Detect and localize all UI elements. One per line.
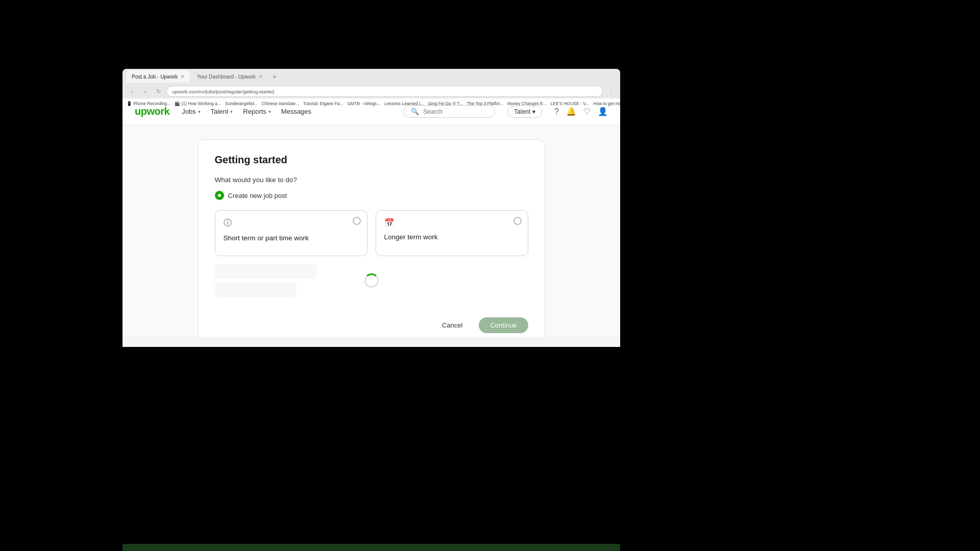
talent-dropdown-button[interactable]: Talent ▾ bbox=[507, 106, 542, 118]
new-tab-button[interactable]: + bbox=[270, 72, 279, 81]
browser-window: Post a Job - Upwork ✕ Your Dashboard - U… bbox=[122, 69, 620, 347]
back-button[interactable]: ‹ bbox=[127, 86, 137, 96]
bookmark-2[interactable]: 🎬 (1) How Working a... bbox=[175, 101, 221, 106]
create-new-job-label: Create new job post bbox=[228, 192, 287, 199]
tab-close-1[interactable]: ✕ bbox=[181, 74, 185, 79]
longer-term-radio bbox=[513, 217, 522, 225]
nav-reports-chevron: ▾ bbox=[268, 109, 271, 114]
short-term-card[interactable]: ⓘ Short term or part time work bbox=[215, 210, 368, 256]
bookmark-3[interactable]: Sunderangelist... bbox=[225, 101, 258, 106]
getting-started-card: Getting started What would you like to d… bbox=[198, 139, 545, 337]
main-content: Getting started What would you like to d… bbox=[122, 125, 620, 337]
profile-button[interactable]: 👤 bbox=[598, 107, 608, 116]
bookmark-12[interactable]: How to get more... bbox=[593, 101, 620, 106]
profile-icon: 👤 bbox=[598, 107, 608, 116]
tab-label-1: Post a Job - Upwork bbox=[132, 74, 178, 80]
nav-links: Jobs ▾ Talent ▾ Reports ▾ Messages bbox=[182, 108, 391, 115]
page-content: upwork Jobs ▾ Talent ▾ Reports ▾ Message… bbox=[122, 98, 620, 337]
question-label: What would you like to do? bbox=[215, 176, 528, 184]
spinner-container bbox=[364, 273, 379, 288]
forward-button[interactable]: › bbox=[140, 86, 150, 96]
nav-talent-chevron: ▾ bbox=[230, 109, 233, 114]
nav-jobs-chevron: ▾ bbox=[198, 109, 201, 114]
help-icon: ? bbox=[554, 107, 559, 116]
longer-term-label: Longer term work bbox=[384, 233, 520, 242]
talent-btn-chevron: ▾ bbox=[532, 108, 535, 115]
nav-talent-label: Talent bbox=[211, 108, 229, 115]
bookmark-6[interactable]: GMTB - Velogs... bbox=[347, 101, 380, 106]
address-bar-row: ‹ › ↻ upwork.com/nx/jobs/post/regular/ge… bbox=[122, 84, 620, 98]
bookmark-11[interactable]: LEE'S HOUSE - V... bbox=[551, 101, 589, 106]
short-term-label: Short term or part time work bbox=[224, 234, 359, 243]
reload-button[interactable]: ↻ bbox=[153, 86, 163, 96]
bookmark-4[interactable]: Chinese translate... bbox=[262, 101, 299, 106]
upwork-logo[interactable]: upwork bbox=[135, 106, 169, 117]
dark-footer-bar bbox=[122, 544, 620, 551]
address-bar[interactable]: upwork.com/nx/jobs/post/regular/getting-… bbox=[166, 86, 603, 97]
nav-talent[interactable]: Talent ▾ bbox=[211, 108, 233, 115]
address-text: upwork.com/nx/jobs/post/regular/getting-… bbox=[172, 89, 274, 94]
tab-2[interactable]: Your Dashboard - Upwork ✕ bbox=[192, 70, 268, 83]
nav-messages[interactable]: Messages bbox=[281, 108, 311, 115]
longer-term-icon: 📅 bbox=[384, 218, 520, 228]
tab-label-2: Your Dashboard - Upwork bbox=[197, 74, 256, 80]
nav-reports[interactable]: Reports ▾ bbox=[243, 108, 271, 115]
nav-icons: ? 🔔 ♡ 👤 bbox=[554, 107, 608, 116]
browser-chrome: Post a Job - Upwork ✕ Your Dashboard - U… bbox=[122, 69, 620, 98]
favorites-button[interactable]: ♡ bbox=[583, 107, 591, 116]
tab-bar: Post a Job - Upwork ✕ Your Dashboard - U… bbox=[122, 69, 620, 84]
short-term-radio bbox=[353, 217, 361, 225]
loading-spinner bbox=[364, 273, 379, 288]
job-type-row: ⓘ Short term or part time work 📅 Longer … bbox=[215, 210, 528, 256]
card-title: Getting started bbox=[215, 154, 528, 166]
tab-active[interactable]: Post a Job - Upwork ✕ bbox=[127, 70, 190, 83]
tab-close-2[interactable]: ✕ bbox=[259, 74, 263, 79]
loading-area bbox=[215, 264, 528, 297]
radio-selected-icon bbox=[215, 191, 224, 200]
nav-messages-label: Messages bbox=[281, 108, 311, 115]
cancel-button[interactable]: Cancel bbox=[432, 317, 473, 333]
nav-reports-label: Reports bbox=[243, 108, 266, 115]
notifications-icon: 🔔 bbox=[566, 107, 576, 116]
search-input[interactable] bbox=[423, 108, 484, 115]
ghost-option-2 bbox=[215, 283, 297, 297]
nav-jobs[interactable]: Jobs ▾ bbox=[182, 108, 200, 115]
search-bar[interactable]: 🔍 bbox=[403, 105, 495, 118]
nav-jobs-label: Jobs bbox=[182, 108, 195, 115]
bookmark-1[interactable]: 📱 Phone Recording... bbox=[127, 101, 170, 106]
longer-term-card[interactable]: 📅 Longer term work bbox=[376, 210, 528, 256]
search-icon: 🔍 bbox=[411, 108, 419, 115]
help-button[interactable]: ? bbox=[554, 107, 559, 116]
notifications-button[interactable]: 🔔 bbox=[566, 107, 576, 116]
create-new-job-option[interactable]: Create new job post bbox=[215, 191, 528, 200]
bookmark-5[interactable]: Tutorial: Elgane Fa... bbox=[303, 101, 344, 106]
heart-icon: ♡ bbox=[583, 107, 591, 116]
ghost-option-1 bbox=[215, 264, 317, 279]
talent-btn-label: Talent bbox=[514, 108, 530, 115]
extensions-button[interactable]: ⋮ bbox=[606, 86, 616, 96]
continue-button[interactable]: Continue bbox=[479, 317, 528, 333]
card-actions: Cancel Continue bbox=[215, 309, 528, 333]
short-term-icon: ⓘ bbox=[224, 218, 359, 229]
